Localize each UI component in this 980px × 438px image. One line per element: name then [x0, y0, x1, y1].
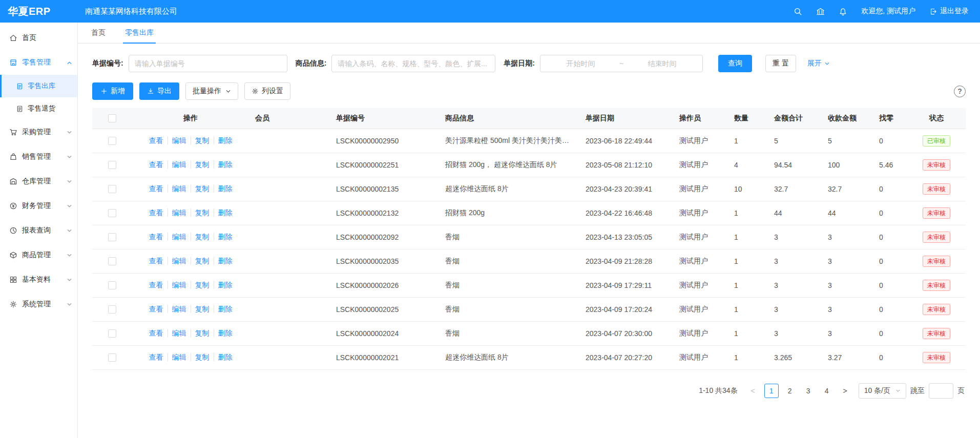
col-received-amount: 收款金额: [822, 108, 873, 129]
export-button[interactable]: 导出: [139, 82, 179, 100]
row-checkbox[interactable]: [108, 329, 116, 338]
row-action-edit[interactable]: 编辑: [168, 160, 186, 169]
row-action-edit[interactable]: 编辑: [168, 257, 186, 265]
row-action-view[interactable]: 查看: [149, 305, 163, 313]
row-action-delete[interactable]: 删除: [214, 208, 233, 217]
row-action-view[interactable]: 查看: [149, 281, 163, 289]
batch-operations-button[interactable]: 批量操作: [185, 82, 238, 100]
sidebar-item-purchase-management[interactable]: 采购管理: [0, 120, 77, 144]
sidebar-item-home[interactable]: 首页: [0, 26, 77, 50]
row-action-copy[interactable]: 复制: [191, 160, 210, 169]
chevron-down-icon: [67, 228, 72, 234]
sidebar-item-sales-management[interactable]: 销售管理: [0, 144, 77, 169]
bill-no-input[interactable]: [129, 55, 287, 72]
row-action-delete[interactable]: 删除: [214, 353, 233, 361]
row-action-view[interactable]: 查看: [149, 136, 163, 144]
row-action-copy[interactable]: 复制: [191, 281, 210, 289]
col-status: 状态: [907, 108, 966, 129]
date-end-input[interactable]: [626, 59, 698, 68]
row-action-view[interactable]: 查看: [149, 329, 163, 337]
row-action-copy[interactable]: 复制: [191, 184, 210, 193]
row-action-delete[interactable]: 删除: [214, 257, 233, 265]
sidebar-item-finance-management[interactable]: 财务管理: [0, 194, 77, 218]
row-checkbox[interactable]: [108, 233, 116, 241]
cell-received-amount: 3: [822, 321, 873, 345]
row-checkbox[interactable]: [108, 161, 116, 169]
search-button[interactable]: 查询: [718, 55, 752, 72]
bell-icon[interactable]: [839, 7, 847, 16]
row-action-edit[interactable]: 编辑: [168, 329, 186, 337]
sidebar-item-system-management[interactable]: 系统管理: [0, 292, 77, 317]
date-start-input[interactable]: [545, 59, 617, 68]
row-action-copy[interactable]: 复制: [191, 233, 210, 241]
sidebar-item-report-query[interactable]: 报表查询: [0, 218, 77, 243]
pagination-page-1[interactable]: 1: [764, 384, 779, 398]
row-checkbox[interactable]: [108, 353, 116, 362]
tab-home[interactable]: 首页: [91, 23, 106, 43]
row-action-delete[interactable]: 删除: [214, 160, 233, 169]
jump-page-input[interactable]: [929, 383, 953, 399]
pagination-page-2[interactable]: 2: [783, 384, 797, 398]
help-icon[interactable]: ?: [954, 86, 966, 97]
row-action-delete[interactable]: 删除: [214, 136, 233, 144]
row-checkbox[interactable]: [108, 281, 116, 289]
row-action-delete[interactable]: 删除: [214, 329, 233, 337]
row-action-edit[interactable]: 编辑: [168, 136, 186, 144]
row-action-copy[interactable]: 复制: [191, 136, 210, 144]
page-size-select[interactable]: 10 条/页: [859, 383, 906, 399]
sidebar-item-goods-management[interactable]: 商品管理: [0, 243, 77, 267]
row-action-edit[interactable]: 编辑: [168, 208, 186, 217]
row-action-view[interactable]: 查看: [149, 353, 163, 361]
sidebar-item-retail-return[interactable]: 零售退货: [0, 97, 77, 120]
row-action-view[interactable]: 查看: [149, 208, 163, 217]
row-action-view[interactable]: 查看: [149, 233, 163, 241]
pagination-page-4[interactable]: 4: [820, 384, 834, 398]
cell-operator: 测试用户: [673, 225, 728, 249]
row-action-view[interactable]: 查看: [149, 184, 163, 193]
row-action-edit[interactable]: 编辑: [168, 305, 186, 313]
sidebar-item-basic-data[interactable]: 基本资料: [0, 267, 77, 292]
product-info-input[interactable]: [331, 55, 495, 72]
sidebar-item-retail-management[interactable]: 零售管理: [0, 50, 77, 75]
pagination-page-3[interactable]: 3: [801, 384, 816, 398]
cell-bill-date: 2023-04-09 17:29:11: [579, 273, 673, 297]
row-action-copy[interactable]: 复制: [191, 305, 210, 313]
row-checkbox[interactable]: [108, 305, 116, 314]
row-action-copy[interactable]: 复制: [191, 208, 210, 217]
row-action-edit[interactable]: 编辑: [168, 233, 186, 241]
select-all-checkbox[interactable]: [108, 114, 116, 122]
row-action-copy[interactable]: 复制: [191, 329, 210, 337]
row-action-delete[interactable]: 删除: [214, 281, 233, 289]
row-checkbox[interactable]: [108, 209, 116, 217]
row-action-delete[interactable]: 删除: [214, 305, 233, 313]
row-action-edit[interactable]: 编辑: [168, 281, 186, 289]
column-settings-button[interactable]: 列设置: [244, 82, 290, 100]
row-checkbox[interactable]: [108, 257, 116, 265]
row-action-view[interactable]: 查看: [149, 160, 163, 169]
pagination-prev[interactable]: <: [746, 384, 760, 398]
status-badge: 未审核: [923, 328, 950, 339]
sidebar-item-label: 商品管理: [22, 251, 51, 260]
row-action-edit[interactable]: 编辑: [168, 184, 186, 193]
row-action-view[interactable]: 查看: [149, 257, 163, 265]
expand-link[interactable]: 展开: [807, 59, 830, 68]
bank-icon[interactable]: [816, 7, 825, 16]
row-action-delete[interactable]: 删除: [214, 233, 233, 241]
search-icon[interactable]: [794, 7, 802, 16]
row-action-copy[interactable]: 复制: [191, 257, 210, 265]
pagination-next[interactable]: >: [838, 384, 852, 398]
sidebar-item-retail-outbound[interactable]: 零售出库: [0, 75, 77, 97]
sidebar-item-warehouse-management[interactable]: 仓库管理: [0, 169, 77, 194]
add-button[interactable]: 新增: [92, 82, 133, 100]
date-range-picker[interactable]: ~: [540, 55, 703, 72]
reset-button[interactable]: 重 置: [765, 55, 796, 72]
row-checkbox[interactable]: [108, 137, 116, 145]
row-action-delete[interactable]: 删除: [214, 184, 233, 193]
cell-product-info: 招财猫 200g， 超迷你维达面纸 8片: [439, 153, 579, 177]
row-checkbox[interactable]: [108, 185, 116, 193]
row-action-copy[interactable]: 复制: [191, 353, 210, 361]
row-action-edit[interactable]: 编辑: [168, 353, 186, 361]
logout-button[interactable]: 退出登录: [929, 7, 969, 16]
welcome-user[interactable]: 欢迎您, 测试用户: [861, 7, 915, 16]
tab-retail-outbound[interactable]: 零售出库: [125, 23, 154, 43]
